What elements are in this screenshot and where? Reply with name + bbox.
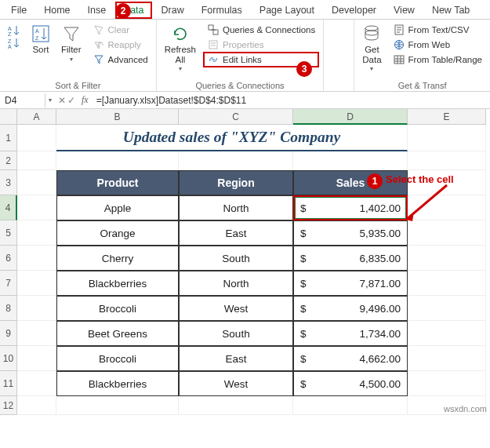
name-box[interactable]: D4	[0, 93, 45, 107]
cell-product[interactable]: Blackberries	[56, 271, 179, 296]
cell-C2[interactable]	[179, 151, 293, 170]
cell-E10[interactable]	[408, 346, 486, 371]
cell-sales[interactable]: $1,734.00	[293, 321, 408, 346]
sales-value: 1,402.00	[308, 202, 401, 214]
cell-D2[interactable]	[293, 151, 408, 170]
cell-region[interactable]: West	[179, 371, 293, 396]
cell-E8[interactable]	[408, 296, 486, 321]
row-header-8[interactable]: 8	[0, 296, 17, 321]
cell-region[interactable]: North	[179, 195, 293, 220]
queries-connections-label: Queries & Connections	[223, 25, 315, 35]
cell-product[interactable]: Cherry	[56, 246, 179, 271]
cell-E6[interactable]	[408, 246, 486, 271]
cell-sales[interactable]: $4,662.00	[293, 346, 408, 371]
cell-sales[interactable]: $1,402.00	[293, 195, 408, 220]
tab-page-layout[interactable]: Page Layout	[252, 2, 322, 19]
cell-product[interactable]: Blackberries	[56, 371, 179, 396]
row-header-12[interactable]: 12	[0, 396, 17, 415]
sort-button[interactable]: AZ Sort	[28, 23, 53, 56]
row-header-4[interactable]: 4	[0, 195, 17, 220]
select-all-corner[interactable]	[0, 109, 17, 125]
cell-A3[interactable]	[17, 170, 56, 195]
row-header-9[interactable]: 9	[0, 321, 17, 346]
row-header-11[interactable]: 11	[0, 371, 17, 396]
cell-A11[interactable]	[17, 371, 56, 396]
formula-input[interactable]: =[January.xlsx]Dataset!$D$4:$D$11	[92, 93, 490, 107]
advanced-button[interactable]: Advanced	[89, 53, 151, 67]
cell-E1[interactable]	[408, 125, 486, 151]
cell-product[interactable]: Beet Greens	[56, 321, 179, 346]
col-header-C[interactable]: C	[179, 109, 293, 125]
cell-A12[interactable]	[17, 396, 56, 415]
cell-A8[interactable]	[17, 296, 56, 321]
row-header-2[interactable]: 2	[0, 151, 17, 170]
col-header-B[interactable]: B	[56, 109, 179, 125]
globe-icon	[393, 38, 405, 51]
cell-region[interactable]: East	[179, 346, 293, 371]
tab-newtab[interactable]: New Tab	[424, 2, 477, 19]
cell-C12[interactable]	[179, 396, 293, 415]
tab-file[interactable]: File	[3, 2, 34, 19]
cell-E11[interactable]	[408, 371, 486, 396]
cell-A6[interactable]	[17, 246, 56, 271]
tab-home[interactable]: Home	[36, 2, 78, 19]
get-data-button[interactable]: Get Data ▾	[359, 23, 384, 75]
cell-product[interactable]: Broccoli	[56, 346, 179, 371]
namebox-dropdown-icon[interactable]: ▾	[45, 97, 55, 104]
row-header-5[interactable]: 5	[0, 220, 17, 246]
cell-A5[interactable]	[17, 220, 56, 246]
cell-E9[interactable]	[408, 321, 486, 346]
row-header-6[interactable]: 6	[0, 246, 17, 271]
cell-region[interactable]: South	[179, 246, 293, 271]
cell-A1[interactable]	[17, 125, 56, 151]
header-product[interactable]: Product	[56, 170, 179, 195]
cell-region[interactable]: East	[179, 220, 293, 246]
tab-view[interactable]: View	[386, 2, 423, 19]
cell-E2[interactable]	[408, 151, 486, 170]
col-header-E[interactable]: E	[408, 109, 486, 125]
cell-B2[interactable]	[56, 151, 179, 170]
title-cell[interactable]: Updated sales of "XYZ" Company	[56, 125, 408, 151]
from-table-button[interactable]: From Table/Range	[390, 53, 485, 67]
cell-product[interactable]: Apple	[56, 195, 179, 220]
cell-A7[interactable]	[17, 271, 56, 296]
cell-product[interactable]: Orange	[56, 220, 179, 246]
cell-D12[interactable]	[293, 396, 408, 415]
properties-label: Properties	[223, 40, 263, 49]
cell-E7[interactable]	[408, 271, 486, 296]
from-web-button[interactable]: From Web	[390, 38, 485, 52]
cell-A9[interactable]	[17, 321, 56, 346]
cell-A4[interactable]	[17, 195, 56, 220]
header-region[interactable]: Region	[179, 170, 293, 195]
cell-region[interactable]: West	[179, 296, 293, 321]
cell-A10[interactable]	[17, 346, 56, 371]
cell-sales[interactable]: $5,935.00	[293, 220, 408, 246]
col-header-A[interactable]: A	[17, 109, 56, 125]
cell-region[interactable]: South	[179, 321, 293, 346]
fx-icon[interactable]: fx	[78, 94, 92, 106]
row-header-10[interactable]: 10	[0, 346, 17, 371]
row-header-7[interactable]: 7	[0, 271, 17, 296]
filter-button[interactable]: Filter ▾	[58, 23, 85, 64]
tab-draw[interactable]: Draw	[154, 2, 192, 19]
refresh-all-button[interactable]: Refresh All ▾	[162, 23, 199, 75]
cell-region[interactable]: North	[179, 271, 293, 296]
from-text-button[interactable]: From Text/CSV	[390, 23, 485, 37]
cell-sales[interactable]: $7,871.00	[293, 271, 408, 296]
cell-product[interactable]: Broccoli	[56, 296, 179, 321]
cell-sales[interactable]: $9,496.00	[293, 296, 408, 321]
cell-sales[interactable]: $4,500.00	[293, 371, 408, 396]
cell-sales[interactable]: $6,835.00	[293, 246, 408, 271]
cell-B12[interactable]	[56, 396, 179, 415]
sort-az-button[interactable]: AZ ZA	[5, 23, 24, 51]
cell-A2[interactable]	[17, 151, 56, 170]
row-header-1[interactable]: 1	[0, 125, 17, 151]
tab-formulas[interactable]: Formulas	[194, 2, 250, 19]
tab-developer[interactable]: Developer	[324, 2, 384, 19]
tab-insert[interactable]: Inse	[80, 2, 114, 19]
svg-text:A: A	[8, 26, 12, 31]
svg-rect-7	[209, 25, 213, 30]
queries-connections-button[interactable]: Queries & Connections	[204, 23, 318, 37]
col-header-D[interactable]: D	[293, 109, 408, 125]
row-header-3[interactable]: 3	[0, 170, 17, 195]
